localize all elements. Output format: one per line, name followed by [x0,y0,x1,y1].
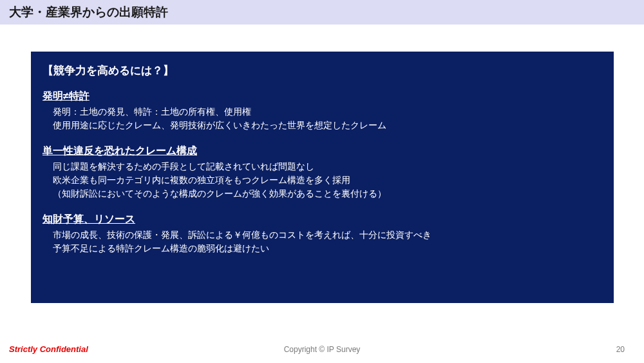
copyright-label: Copyright © IP Survey [284,345,361,354]
section-2-body: 同じ課題を解決するための手段として記載されていれば問題なし 欧米企業も同一カテゴ… [43,161,602,201]
section-3-line: 市場の成長、技術の保護・発展、訴訟による￥何億ものコストを考えれば、十分に投資す… [53,229,602,242]
section-1-head: 発明≠特許 [43,90,602,103]
section-1-body: 発明：土地の発見、特許：土地の所有権、使用権 使用用途に応じたクレーム、発明技術… [43,106,602,133]
section-3-body: 市場の成長、技術の保護・発展、訴訟による￥何億ものコストを考えれば、十分に投資す… [43,229,602,256]
section-3-head: 知財予算、リソース [43,213,602,226]
section-2-line: （知財訴訟においてそのような構成のクレームが強く効果があることを裏付ける） [53,188,602,201]
footer: Strictly Confidential Copyright © IP Sur… [0,344,644,354]
content-panel: 【競争力を高めるには？】 発明≠特許 発明：土地の発見、特許：土地の所有権、使用… [31,52,614,303]
section-1: 発明≠特許 発明：土地の発見、特許：土地の所有権、使用権 使用用途に応じたクレー… [43,90,602,133]
slide: 大学・産業界からの出願特許 【競争力を高めるには？】 発明≠特許 発明：土地の発… [0,0,644,363]
section-1-line: 発明：土地の発見、特許：土地の所有権、使用権 [53,106,602,119]
section-2-line: 欧米企業も同一カテゴリ内に複数の独立項をもつクレーム構造を多く採用 [53,174,602,188]
section-2-head: 単一性違反を恐れたクレーム構成 [43,144,602,158]
section-1-line: 使用用途に応じたクレーム、発明技術が広くいきわたった世界を想定したクレーム [53,119,602,133]
section-3-line: 予算不足による特許クレーム構造の脆弱化は避けたい [53,242,602,256]
section-2-line: 同じ課題を解決するための手段として記載されていれば問題なし [53,161,602,174]
section-2: 単一性違反を恐れたクレーム構成 同じ課題を解決するための手段として記載されていれ… [43,144,602,201]
panel-heading: 【競争力を高めるには？】 [43,63,602,78]
section-3: 知財予算、リソース 市場の成長、技術の保護・発展、訴訟による￥何億ものコストを考… [43,213,602,256]
title-bar: 大学・産業界からの出願特許 [0,0,644,25]
page-number: 20 [616,345,625,354]
slide-title: 大学・産業界からの出願特許 [9,4,635,21]
confidential-label: Strictly Confidential [9,344,88,354]
